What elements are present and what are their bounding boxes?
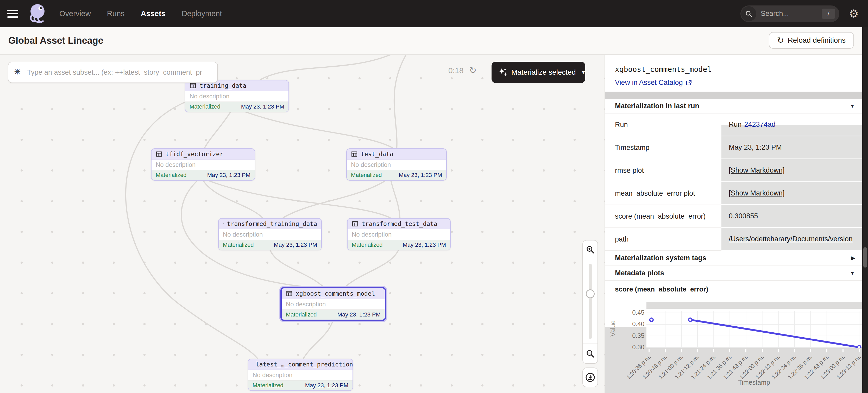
- page-header: Global Asset Lineage ↻ Reload definition…: [0, 27, 868, 55]
- asset-node-transformed-training-data[interactable]: transformed_training_data No description…: [218, 218, 322, 250]
- materialization-date: May 23, 1:23 PM: [337, 311, 381, 318]
- row-value: /Users/odetteharary/Documents/version: [721, 228, 863, 251]
- zoom-slider-thumb[interactable]: [586, 289, 595, 298]
- run-id-link[interactable]: 242374ad: [744, 121, 776, 129]
- materialization-date: May 23, 1:23 PM: [241, 103, 284, 110]
- nav-item-assets[interactable]: Assets: [141, 9, 165, 18]
- x-tick-mark: [729, 349, 730, 352]
- x-tick-mark: [778, 349, 779, 352]
- reload-definitions-button[interactable]: ↻ Reload definitions: [769, 32, 854, 49]
- materialize-selected-button[interactable]: Materialize selected ▾: [492, 62, 585, 83]
- search-icon: [741, 6, 756, 21]
- zoom-slider[interactable]: [583, 259, 597, 343]
- table-icon: [352, 221, 359, 227]
- asset-subset-input[interactable]: [8, 62, 218, 83]
- y-axis-title: Value: [609, 320, 617, 336]
- search-input[interactable]: [761, 5, 815, 22]
- materialization-date: May 23, 1:23 PM: [305, 382, 348, 389]
- view-in-asset-catalog-link[interactable]: View in Asset Catalog: [615, 78, 692, 87]
- table-icon: [156, 151, 162, 158]
- table-icon: [223, 221, 224, 227]
- chevron-right-icon: ▶: [851, 255, 855, 261]
- node-description: No description: [185, 91, 288, 102]
- section-materialization-in-last-run[interactable]: Materialization in last run ▼: [605, 99, 863, 113]
- metadata-plot-title: score (mean_absolute_error): [615, 285, 708, 293]
- node-description: No description: [347, 229, 450, 240]
- download-graph-button[interactable]: [582, 367, 598, 387]
- materialization-date: May 23, 1:23 PM: [274, 241, 317, 248]
- asset-node-transformed-test-data[interactable]: transformed_test_data No description Mat…: [347, 218, 451, 250]
- row-label: mean_absolute_error plot: [605, 182, 721, 205]
- path-link[interactable]: /Users/odetteharary/Documents/version: [729, 235, 852, 243]
- graph-zoom-controls: [582, 240, 598, 364]
- row-label: score (mean_absolute_error): [605, 205, 721, 228]
- row-label: Run: [605, 113, 721, 136]
- show-markdown-link[interactable]: [Show Markdown]: [729, 166, 785, 174]
- asset-node-xgboost-comments-model[interactable]: xgboost_comments_model No description Ma…: [280, 287, 386, 321]
- section-metadata-plots[interactable]: Metadata plots ▼: [605, 266, 863, 281]
- refresh-timer: 0:18: [448, 66, 463, 75]
- x-axis-title: Timestamp: [646, 379, 862, 386]
- zoom-in-button[interactable]: [583, 240, 597, 259]
- dagster-app: Overview Runs Assets Deployment / ⚙ Glob…: [0, 0, 868, 393]
- table-icon: [189, 82, 196, 89]
- last-run-metadata-table: Run Run 242374ad Timestamp May 23, 1:23 …: [605, 113, 863, 251]
- table-icon: [351, 151, 358, 158]
- table-row: Timestamp May 23, 1:23 PM: [605, 136, 863, 159]
- nav-item-runs[interactable]: Runs: [107, 9, 125, 18]
- zoom-out-button[interactable]: [583, 343, 597, 363]
- top-nav: Overview Runs Assets Deployment / ⚙: [0, 0, 868, 27]
- row-label: path: [605, 228, 721, 251]
- materialize-dropdown-caret[interactable]: ▾: [581, 69, 585, 76]
- x-tick-mark: [859, 349, 860, 352]
- hamburger-menu-icon[interactable]: [7, 9, 19, 19]
- download-icon: [585, 372, 595, 383]
- search-shortcut-badge: /: [822, 9, 835, 19]
- dagster-logo[interactable]: [26, 3, 48, 25]
- sparkle-icon: [498, 67, 508, 77]
- nav-item-deployment[interactable]: Deployment: [182, 9, 222, 18]
- node-description: No description: [282, 299, 385, 310]
- page-title: Global Asset Lineage: [8, 35, 103, 46]
- node-description: No description: [152, 160, 255, 170]
- x-tick-mark: [649, 349, 650, 352]
- nav-right: / ⚙: [740, 0, 868, 27]
- materialization-date: May 23, 1:23 PM: [403, 241, 446, 248]
- y-tick-label: 0.30: [625, 343, 644, 351]
- data-point: [689, 318, 692, 321]
- status-badge: Materialized: [286, 311, 317, 318]
- row-label: Timestamp: [605, 136, 721, 159]
- external-link-icon: [685, 79, 692, 86]
- materialization-date: May 23, 1:23 PM: [399, 172, 442, 178]
- asset-details-panel: xgboost_comments_model View in Asset Cat…: [604, 55, 862, 393]
- asset-selection-icon: ✳: [14, 67, 21, 76]
- node-description: No description: [248, 370, 352, 381]
- x-tick-mark: [810, 349, 811, 352]
- asset-node-tfidf-vectorizer[interactable]: tfidf_vectorizer No description Material…: [151, 149, 255, 181]
- x-tick-mark: [794, 349, 795, 352]
- asset-title: xgboost_comments_model: [615, 65, 712, 74]
- status-badge: Materialized: [223, 241, 254, 248]
- asset-node-test-data[interactable]: test_data No description MaterializedMay…: [346, 149, 447, 181]
- status-badge: Materialized: [156, 172, 187, 178]
- refresh-icon[interactable]: ↻: [469, 65, 477, 75]
- row-label: rmse plot: [605, 159, 721, 182]
- x-tick-mark: [842, 349, 843, 352]
- section-materialization-system-tags[interactable]: Materialization system tags ▶: [605, 251, 863, 265]
- node-description: No description: [347, 160, 446, 170]
- settings-gear-icon[interactable]: ⚙: [839, 0, 868, 27]
- y-tick-label: 0.35: [625, 332, 644, 339]
- nav-item-overview[interactable]: Overview: [59, 9, 91, 18]
- global-search[interactable]: /: [740, 5, 839, 22]
- x-tick-mark: [713, 349, 714, 352]
- chevron-down-icon: ▼: [850, 270, 855, 276]
- node-description: No description: [219, 229, 321, 240]
- asset-node-latest-comment-predictions[interactable]: latest_…_comment_predictions No descript…: [248, 359, 353, 391]
- asset-node-training-data[interactable]: training_data No description Materialize…: [185, 80, 289, 112]
- y-tick-label: 0.45: [625, 309, 644, 316]
- table-row: mean_absolute_error plot [Show Markdown]: [605, 182, 863, 205]
- show-markdown-link[interactable]: [Show Markdown]: [729, 189, 785, 197]
- zoom-slider-track[interactable]: [589, 264, 592, 339]
- vertical-scrollbar-thumb[interactable]: [863, 247, 867, 267]
- panel-horizontal-scrollbar[interactable]: [605, 92, 863, 99]
